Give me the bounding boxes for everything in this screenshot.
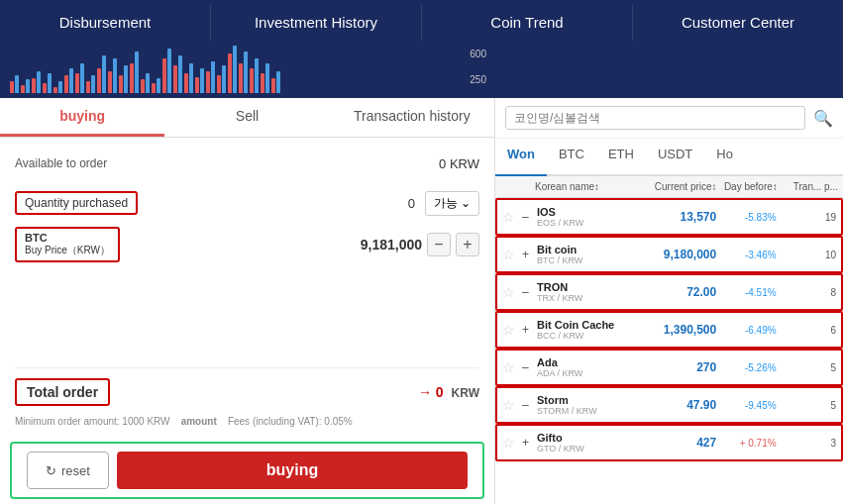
nav-customer-center[interactable]: Customer Center xyxy=(633,4,843,41)
watchlist-toggle[interactable]: + xyxy=(522,436,537,450)
nav-investment-history[interactable]: Investment History xyxy=(211,4,422,41)
coin-change: -9.45% xyxy=(716,400,776,411)
buy-button[interactable]: buying xyxy=(117,452,468,489)
quantity-row: Quantity purchased 0 가능 ⌄ xyxy=(15,187,479,219)
trading-panel: buying Sell Transaction history Availabl… xyxy=(0,98,495,504)
coin-trans: 5 xyxy=(777,400,836,411)
table-row[interactable]: ☆ – Ada ADA / KRW 270 -5.26% 5 xyxy=(495,349,843,386)
top-navigation: Disbursement Investment History Coin Tre… xyxy=(0,0,843,44)
star-icon[interactable]: ☆ xyxy=(502,209,522,225)
price-increase-button[interactable]: + xyxy=(456,233,479,256)
coin-name: TRON xyxy=(537,281,637,293)
tab-btc[interactable]: BTC xyxy=(547,139,596,176)
nav-coin-trend[interactable]: Coin Trend xyxy=(422,4,633,41)
coin-pair: STORM / KRW xyxy=(537,406,637,416)
tab-won[interactable]: Won xyxy=(495,139,547,176)
coin-name: Bit Coin Cache xyxy=(537,319,637,331)
coin-name-col: Ada ADA / KRW xyxy=(537,356,637,378)
main-content: buying Sell Transaction history Availabl… xyxy=(0,98,843,504)
available-label: Available to order xyxy=(15,156,107,170)
coin-trans: 5 xyxy=(777,362,836,373)
watchlist-toggle[interactable]: – xyxy=(522,398,537,412)
coin-name: Storm xyxy=(537,394,637,406)
reset-button[interactable]: ↻ reset xyxy=(27,452,109,489)
watchlist-toggle[interactable]: – xyxy=(522,360,537,374)
table-row[interactable]: ☆ – IOS EOS / KRW 13,570 -5.83% 19 xyxy=(495,198,843,236)
coin-name-col: IOS EOS / KRW xyxy=(537,206,637,228)
price-value: 9,181,000 xyxy=(361,237,422,252)
price-controls: 9,181,000 − + xyxy=(361,233,479,256)
tab-usdt[interactable]: USDT xyxy=(646,139,704,176)
coin-trans: 6 xyxy=(777,325,836,336)
coin-pair: EOS / KRW xyxy=(537,218,637,228)
trading-tabs: buying Sell Transaction history xyxy=(0,98,494,138)
star-icon[interactable]: ☆ xyxy=(502,435,522,451)
total-row: Total order → 0 KRW xyxy=(15,367,479,406)
tab-sell[interactable]: Sell xyxy=(164,98,329,137)
watchlist-toggle[interactable]: – xyxy=(522,285,537,299)
total-value: → 0 KRW xyxy=(418,384,479,400)
watchlist-toggle[interactable]: + xyxy=(522,248,537,261)
coin-price: 13,570 xyxy=(637,210,717,224)
coin-change: -3.46% xyxy=(716,250,776,260)
quantity-label-box: Quantity purchased xyxy=(15,191,138,215)
watchlist-toggle[interactable]: + xyxy=(522,323,537,337)
coin-trans: 3 xyxy=(777,438,836,449)
coin-change: -6.49% xyxy=(716,325,776,336)
coin-trans: 8 xyxy=(777,287,836,298)
price-label-box: BTC Buy Price（KRW） xyxy=(15,227,120,262)
search-input[interactable] xyxy=(505,106,805,130)
watchlist-toggle[interactable]: – xyxy=(522,210,537,224)
coin-name-col: TRON TRX / KRW xyxy=(537,281,637,303)
tab-transaction-history[interactable]: Transaction history xyxy=(330,98,494,137)
coin-price: 72.00 xyxy=(637,285,717,299)
bar-chart xyxy=(10,44,505,93)
quantity-dropdown[interactable]: 가능 ⌄ xyxy=(425,191,479,216)
coin-name-col: Bit coin BTC / KRW xyxy=(537,244,637,265)
coin-trans: 19 xyxy=(777,212,836,223)
star-icon[interactable]: ☆ xyxy=(502,284,522,300)
table-row[interactable]: ☆ – TRON TRX / KRW 72.00 -4.51% 8 xyxy=(495,273,843,311)
coin-price: 270 xyxy=(637,360,717,374)
chart-area: 600 250 xyxy=(0,44,843,98)
table-row[interactable]: ☆ + Gifto GTO / KRW 427 + 0.71% 3 xyxy=(495,424,843,461)
table-row[interactable]: ☆ + Bit Coin Cache BCC / KRW 1,390,500 -… xyxy=(495,311,843,349)
tab-ho[interactable]: Ho xyxy=(704,139,745,176)
coin-pair: ADA / KRW xyxy=(537,368,637,378)
action-buttons-area: ↻ reset buying xyxy=(10,442,484,499)
coin-change: -4.51% xyxy=(716,287,776,298)
coin-price: 9,180,000 xyxy=(637,248,717,261)
coin-name: Ada xyxy=(537,356,637,368)
price-row: BTC Buy Price（KRW） 9,181,000 − + xyxy=(15,227,479,262)
star-icon[interactable]: ☆ xyxy=(502,359,522,375)
coin-pair: BTC / KRW xyxy=(537,255,637,265)
coin-trans: 10 xyxy=(777,250,836,260)
table-header: Korean name↕ Current price↕ Day before↕ … xyxy=(495,176,843,198)
table-row[interactable]: ☆ – Storm STORM / KRW 47.90 -9.45% 5 xyxy=(495,386,843,424)
coin-name-col: Storm STORM / KRW xyxy=(537,394,637,416)
available-value: 0 KRW xyxy=(439,156,479,171)
coin-price: 47.90 xyxy=(637,398,717,412)
coin-price: 1,390,500 xyxy=(637,323,717,337)
nav-disbursement[interactable]: Disbursement xyxy=(0,4,211,41)
coin-pair: BCC / KRW xyxy=(537,331,637,341)
currency-tabs: Won BTC ETH USDT Ho xyxy=(495,139,843,176)
coin-name: Gifto xyxy=(537,432,637,444)
star-icon[interactable]: ☆ xyxy=(502,397,522,413)
coin-change: + 0.71% xyxy=(716,438,776,449)
table-row[interactable]: ☆ + Bit coin BTC / KRW 9,180,000 -3.46% … xyxy=(495,236,843,273)
trading-form: Available to order 0 KRW Quantity purcha… xyxy=(0,138,494,437)
available-row: Available to order 0 KRW xyxy=(15,148,479,179)
total-label-box: Total order xyxy=(15,378,110,406)
search-icon[interactable]: 🔍 xyxy=(813,109,833,128)
chart-y-labels: 600 250 xyxy=(470,49,486,85)
coin-price: 427 xyxy=(637,436,717,450)
tab-buying[interactable]: buying xyxy=(0,98,164,137)
coin-change: -5.26% xyxy=(716,362,776,373)
star-icon[interactable]: ☆ xyxy=(502,247,522,262)
coin-change: -5.83% xyxy=(716,212,776,223)
price-decrease-button[interactable]: − xyxy=(427,233,451,256)
star-icon[interactable]: ☆ xyxy=(502,322,522,338)
tab-eth[interactable]: ETH xyxy=(596,139,646,176)
coin-trend-panel: 🔍 Won BTC ETH USDT Ho Korean name↕ Curre… xyxy=(495,98,843,504)
